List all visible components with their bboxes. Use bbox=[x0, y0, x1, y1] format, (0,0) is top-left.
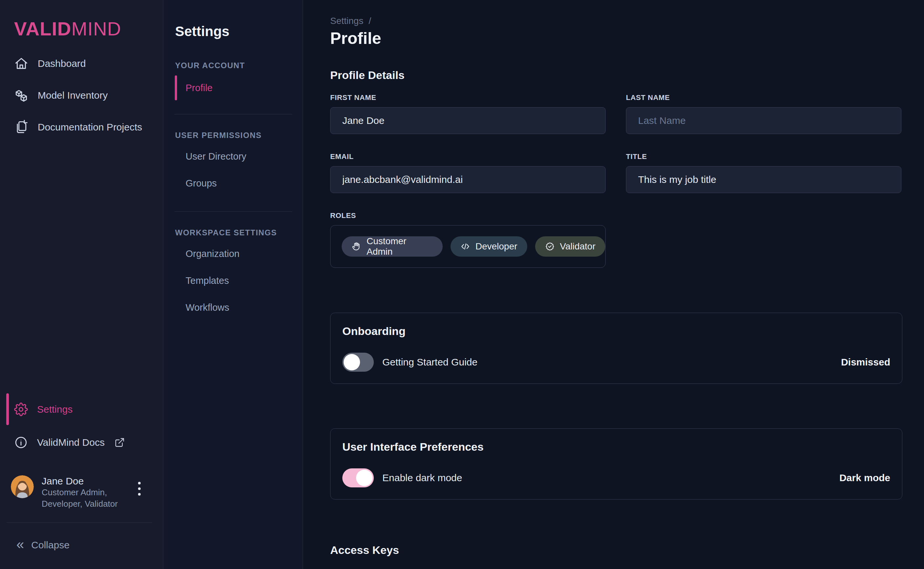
first-name-label: FIRST NAME bbox=[330, 93, 606, 102]
profile-form: FIRST NAME LAST NAME EMAIL TITLE bbox=[330, 93, 903, 193]
sidebar-divider bbox=[6, 522, 152, 523]
external-link-icon bbox=[114, 437, 125, 448]
dark-mode-toggle-row: Enable dark mode Dark mode bbox=[343, 469, 890, 487]
logo-bold-text: VALID bbox=[14, 18, 72, 40]
settings-nav-item-groups[interactable]: Groups bbox=[163, 173, 303, 194]
logo-light-text: MIND bbox=[72, 18, 121, 40]
role-chip-label: Customer Admin bbox=[367, 236, 433, 257]
section-label-your-account: YOUR ACCOUNT bbox=[175, 61, 303, 70]
profile-details-heading: Profile Details bbox=[330, 69, 903, 82]
hand-raised-icon bbox=[352, 242, 361, 251]
roles-label: ROLES bbox=[330, 211, 903, 220]
ui-preferences-card: User Interface Preferences Enable dark m… bbox=[330, 428, 903, 499]
roles-box: Customer Admin Developer Validator bbox=[330, 225, 606, 268]
sidebar-item-dashboard[interactable]: Dashboard bbox=[0, 53, 163, 74]
settings-nav-item-workflows[interactable]: Workflows bbox=[163, 297, 303, 318]
access-keys-heading: Access Keys bbox=[330, 544, 903, 557]
settings-nav-title: Settings bbox=[175, 24, 303, 40]
onboarding-card: Onboarding Getting Started Guide Dismiss… bbox=[330, 313, 903, 384]
sidebar-item-validmind-docs[interactable]: ValidMind Docs bbox=[0, 432, 163, 453]
sidebar-item-label: Settings bbox=[37, 404, 73, 415]
title-label: TITLE bbox=[626, 152, 901, 161]
role-chip-label: Developer bbox=[475, 241, 518, 252]
sidebar-item-label: ValidMind Docs bbox=[37, 437, 105, 448]
sidebar-item-label: Model Inventory bbox=[38, 90, 108, 101]
home-icon bbox=[14, 56, 29, 71]
gear-icon bbox=[14, 403, 28, 416]
user-profile-row: Jane Doe Customer Admin, Developer, Vali… bbox=[0, 475, 163, 510]
info-icon bbox=[14, 436, 28, 449]
section-label-user-permissions: USER PERMISSIONS bbox=[175, 131, 303, 140]
last-name-label: LAST NAME bbox=[626, 93, 901, 102]
sidebar-item-settings[interactable]: Settings bbox=[0, 393, 163, 425]
title-input[interactable] bbox=[626, 166, 901, 193]
collapse-sidebar-button[interactable]: « Collapse bbox=[0, 535, 163, 555]
collapse-chevrons-icon: « bbox=[17, 537, 24, 551]
settings-nav-item-label: Organization bbox=[186, 248, 239, 259]
sidebar-footer: Settings ValidMind Docs bbox=[0, 393, 163, 569]
email-field-group: EMAIL bbox=[330, 152, 606, 193]
section-label-workspace-settings: WORKSPACE SETTINGS bbox=[175, 228, 303, 237]
breadcrumb-settings-link[interactable]: Settings bbox=[330, 16, 363, 26]
first-name-field-group: FIRST NAME bbox=[330, 93, 606, 134]
sidebar-item-documentation-projects[interactable]: Documentation Projects bbox=[0, 117, 163, 138]
settings-nav-item-templates[interactable]: Templates bbox=[163, 270, 303, 291]
app-sidebar: VALIDMIND Dashboard Model Inventory Docu… bbox=[0, 0, 163, 569]
badge-check-icon bbox=[545, 242, 555, 251]
enable-dark-mode-label: Enable dark mode bbox=[382, 472, 462, 484]
breadcrumb: Settings / bbox=[330, 16, 903, 26]
enable-dark-mode-toggle[interactable] bbox=[343, 469, 374, 487]
sidebar-item-model-inventory[interactable]: Model Inventory bbox=[0, 85, 163, 106]
settings-nav-item-profile[interactable]: Profile bbox=[163, 75, 303, 100]
user-roles-line1: Customer Admin, bbox=[42, 487, 118, 498]
ui-preferences-heading: User Interface Preferences bbox=[343, 441, 890, 453]
email-input[interactable] bbox=[330, 166, 606, 193]
user-roles-line2: Developer, Validator bbox=[42, 498, 118, 510]
role-chip-customer-admin: Customer Admin bbox=[342, 236, 443, 257]
email-label: EMAIL bbox=[330, 152, 606, 161]
role-chip-developer: Developer bbox=[451, 236, 527, 257]
first-name-input[interactable] bbox=[330, 107, 606, 134]
settings-nav-divider bbox=[174, 114, 292, 114]
onboarding-toggle-row: Getting Started Guide Dismissed bbox=[343, 353, 890, 372]
user-menu-kebab-icon[interactable] bbox=[136, 480, 143, 497]
settings-nav-item-label: User Directory bbox=[186, 151, 246, 162]
user-text: Jane Doe Customer Admin, Developer, Vali… bbox=[42, 475, 118, 510]
toggle-knob bbox=[356, 470, 373, 486]
last-name-input[interactable] bbox=[626, 107, 901, 134]
main-content: Settings / Profile Profile Details FIRST… bbox=[303, 0, 924, 569]
onboarding-status-text: Dismissed bbox=[841, 357, 890, 368]
collapse-label: Collapse bbox=[31, 540, 70, 551]
page-title: Profile bbox=[330, 29, 903, 48]
user-name: Jane Doe bbox=[42, 475, 118, 487]
role-chip-validator: Validator bbox=[535, 236, 605, 257]
onboarding-heading: Onboarding bbox=[343, 325, 890, 338]
sidebar-item-label: Documentation Projects bbox=[38, 122, 142, 133]
breadcrumb-separator: / bbox=[368, 16, 371, 26]
title-field-group: TITLE bbox=[626, 152, 901, 193]
cubes-icon bbox=[14, 88, 29, 103]
avatar[interactable] bbox=[11, 475, 34, 498]
sidebar-item-label: Dashboard bbox=[38, 58, 86, 69]
primary-nav: Dashboard Model Inventory Documentation … bbox=[0, 53, 163, 138]
code-icon bbox=[460, 242, 470, 251]
settings-nav-panel: Settings YOUR ACCOUNT Profile USER PERMI… bbox=[163, 0, 303, 569]
validmind-logo: VALIDMIND bbox=[14, 18, 163, 40]
settings-nav-item-label: Profile bbox=[186, 82, 213, 93]
toggle-knob bbox=[344, 354, 360, 370]
getting-started-guide-toggle[interactable] bbox=[343, 353, 374, 372]
documents-icon bbox=[14, 120, 29, 134]
getting-started-guide-label: Getting Started Guide bbox=[382, 357, 477, 368]
dark-mode-status-text: Dark mode bbox=[839, 472, 890, 484]
settings-nav-item-label: Templates bbox=[186, 275, 229, 286]
last-name-field-group: LAST NAME bbox=[626, 93, 901, 134]
settings-nav-item-label: Groups bbox=[186, 178, 217, 189]
settings-nav-item-organization[interactable]: Organization bbox=[163, 243, 303, 264]
role-chip-label: Validator bbox=[560, 241, 595, 252]
settings-nav-item-user-directory[interactable]: User Directory bbox=[163, 146, 303, 167]
settings-nav-item-label: Workflows bbox=[186, 302, 229, 313]
settings-nav-divider bbox=[174, 211, 292, 212]
